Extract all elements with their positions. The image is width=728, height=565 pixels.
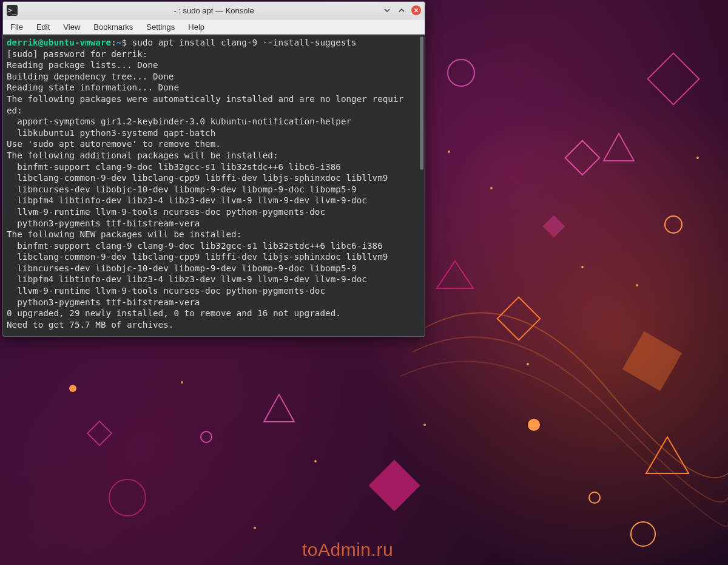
svg-point-10 [589,492,600,503]
terminal-line: binfmt-support clang-9-doc lib32gcc-s1 l… [7,161,421,173]
menu-bookmarks[interactable]: Bookmarks [93,22,133,32]
konsole-window: >_ - : sudo apt — Konsole File Edit View… [2,1,425,337]
terminal-line: Need to get 75.7 MB of archives. [7,319,421,331]
prompt-user: derrik@ubuntu-vmware [7,38,111,47]
terminal-line: apport-symptoms gir1.2-keybinder-3.0 kub… [7,116,421,127]
svg-point-20 [490,187,493,189]
terminal-line: [sudo] password for derrik: [7,49,421,60]
svg-rect-18 [543,215,565,238]
svg-point-23 [181,381,183,384]
terminal-line: libkubuntu1 python3-systemd qapt-batch [7,127,421,139]
konsole-app-icon: >_ [7,5,18,16]
maximize-button[interactable] [397,5,406,15]
window-title: - : sudo apt — Konsole [3,6,425,15]
svg-rect-2 [648,53,699,105]
svg-point-6 [665,216,682,233]
terminal-line: libpfm4 libtinfo-dev libz3-4 libz3-dev l… [7,274,421,285]
menu-settings[interactable]: Settings [146,22,175,32]
svg-point-21 [581,266,584,268]
menu-edit[interactable]: Edit [36,22,50,32]
svg-point-15 [109,479,146,516]
svg-point-16 [631,522,655,546]
terminal-line: libncurses-dev libobjc-10-dev libomp-9-d… [7,263,421,274]
terminal-line: libpfm4 libtinfo-dev libz3-4 libz3-dev l… [7,195,421,206]
svg-point-25 [527,363,529,365]
terminal-line: python3-pygments ttf-bitstream-vera [7,218,421,229]
scrollbar-track[interactable] [419,35,425,336]
terminal-line: Reading state information... Done [7,82,421,93]
prompt-symbol: $ [121,38,132,47]
svg-marker-11 [604,134,634,161]
svg-marker-13 [264,394,294,422]
watermark-text: toAdmin.ru [302,540,393,560]
terminal-line: llvm-9-runtime llvm-9-tools ncurses-doc … [7,285,421,297]
terminal-output[interactable]: derrik@ubuntu-vmware:~$ sudo apt install… [3,35,425,336]
svg-rect-17 [87,421,112,445]
svg-point-19 [448,151,450,153]
terminal-line: The following NEW packages will be insta… [7,229,421,240]
svg-marker-14 [646,437,689,473]
menu-view[interactable]: View [63,22,80,32]
svg-point-26 [636,284,638,286]
prompt-line: derrik@ubuntu-vmware:~$ sudo apt install… [7,37,421,49]
svg-rect-0 [565,141,600,175]
svg-marker-12 [437,261,473,288]
menu-bar: File Edit View Bookmarks Settings Help [3,19,425,35]
menu-help[interactable]: Help [188,22,204,32]
svg-rect-4 [369,460,420,512]
svg-point-8 [201,431,212,442]
prompt-command: sudo apt install clang-9 --install-sugge… [132,38,357,47]
svg-point-24 [314,460,317,462]
window-controls [382,5,421,15]
menu-file[interactable]: File [10,22,23,32]
terminal-viewport[interactable]: derrik@ubuntu-vmware:~$ sudo apt install… [3,35,425,336]
svg-point-5 [448,59,474,86]
scrollbar-handle[interactable] [420,36,423,170]
svg-point-9 [69,385,76,392]
svg-rect-1 [497,297,541,340]
svg-point-27 [423,424,426,426]
terminal-line: ed: [7,105,421,117]
terminal-line: libncurses-dev libobjc-10-dev libomp-9-d… [7,184,421,195]
svg-rect-3 [623,332,681,390]
terminal-line: libclang-common-9-dev libclang-cpp9 libf… [7,172,421,184]
terminal-line: Use 'sudo apt autoremove' to remove them… [7,138,421,150]
terminal-line: Reading package lists... Done [7,59,421,71]
svg-point-22 [696,157,699,159]
terminal-line: The following additional packages will b… [7,150,421,161]
svg-point-7 [528,419,540,431]
terminal-line: The following packages were automaticall… [7,93,421,105]
terminal-line: 0 upgraded, 29 newly installed, 0 to rem… [7,308,421,319]
terminal-line: python3-pygments ttf-bitstream-vera [7,297,421,308]
terminal-line: libclang-common-9-dev libclang-cpp9 libf… [7,251,421,263]
close-button[interactable] [411,5,421,15]
terminal-line: Building dependency tree... Done [7,71,421,83]
terminal-line: binfmt-support clang-9 clang-9-doc lib32… [7,240,421,252]
minimize-button[interactable] [382,5,392,15]
window-titlebar[interactable]: >_ - : sudo apt — Konsole [3,2,425,19]
svg-point-28 [254,527,256,529]
terminal-line: llvm-9-runtime llvm-9-tools ncurses-doc … [7,206,421,218]
